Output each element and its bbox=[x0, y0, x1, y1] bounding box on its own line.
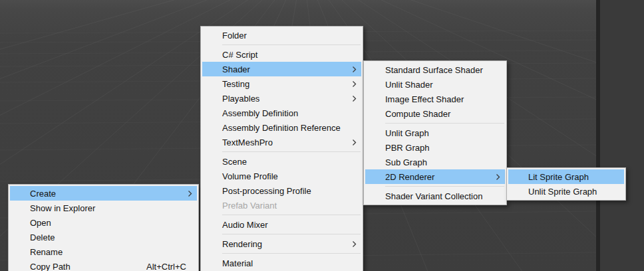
menu-item-audio-mixer[interactable]: Audio Mixer bbox=[202, 217, 361, 232]
menu-item-label: Post-processing Profile bbox=[222, 186, 311, 196]
menu-item-lit-sprite-graph[interactable]: Lit Sprite Graph bbox=[508, 169, 624, 184]
menu-item-label: Lit Sprite Graph bbox=[528, 172, 589, 182]
menu-item-label: Assembly Definition Reference bbox=[222, 123, 341, 133]
menu-item-unlit-shader[interactable]: Unlit Shader bbox=[365, 77, 505, 92]
menu-item-rename[interactable]: Rename bbox=[10, 244, 197, 259]
menu-item-label: Show in Explorer bbox=[30, 203, 95, 213]
menu-item-csharp-script[interactable]: C# Script bbox=[202, 47, 361, 62]
menu-item-assembly-definition-reference[interactable]: Assembly Definition Reference bbox=[202, 120, 361, 135]
submenu-arrow-icon bbox=[352, 240, 357, 248]
menu-item-label: Unlit Sprite Graph bbox=[528, 187, 597, 197]
menu-item-folder[interactable]: Folder bbox=[202, 28, 361, 43]
menu-item-label: Compute Shader bbox=[385, 109, 450, 119]
menu-item-post-processing-profile[interactable]: Post-processing Profile bbox=[202, 183, 361, 198]
menu-item-label: Volume Profile bbox=[222, 171, 278, 181]
menu-item-label: Audio Mixer bbox=[222, 220, 268, 230]
menu-separator bbox=[222, 253, 361, 254]
menu-item-shader-variant-collection[interactable]: Shader Variant Collection bbox=[365, 189, 505, 203]
menu-item-label: Scene bbox=[222, 157, 247, 167]
menu-item-label: Shader bbox=[222, 64, 250, 74]
menu-item-label: Rename bbox=[30, 247, 63, 257]
menu-item-label: C# Script bbox=[222, 50, 257, 60]
menu-separator bbox=[222, 234, 361, 234]
menu-item-label: Image Effect Shader bbox=[385, 94, 464, 104]
menu-item-shortcut: Alt+Ctrl+C bbox=[146, 262, 192, 271]
menu-item-label: Unlit Graph bbox=[385, 128, 429, 138]
menu-item-create[interactable]: Create bbox=[10, 186, 197, 201]
submenu-arrow-icon bbox=[496, 173, 500, 181]
menu-item-label: 2D Renderer bbox=[385, 172, 434, 182]
menu-item-textmeshpro[interactable]: TextMeshPro bbox=[202, 135, 361, 149]
submenu-arrow-icon bbox=[352, 95, 357, 102]
menu-item-label: Delete bbox=[30, 232, 55, 242]
menu-item-unlit-sprite-graph[interactable]: Unlit Sprite Graph bbox=[508, 184, 624, 199]
menu-item-copy-path[interactable]: Copy Path Alt+Ctrl+C bbox=[10, 259, 197, 271]
menu-item-prefab-variant: Prefab Variant bbox=[202, 198, 361, 213]
menu-item-label: Unlit Shader bbox=[385, 80, 433, 90]
renderer-2d-submenu: Lit Sprite Graph Unlit Sprite Graph bbox=[506, 167, 626, 201]
menu-separator bbox=[385, 123, 504, 124]
create-submenu: Folder C# Script Shader Testing Playable… bbox=[200, 26, 363, 271]
menu-item-playables[interactable]: Playables bbox=[202, 91, 361, 106]
menu-item-label: Assembly Definition bbox=[222, 108, 298, 118]
menu-item-open[interactable]: Open bbox=[10, 215, 197, 230]
submenu-arrow-icon bbox=[352, 80, 357, 88]
menu-item-volume-profile[interactable]: Volume Profile bbox=[202, 169, 361, 183]
panel-divider bbox=[596, 0, 600, 271]
menu-item-label: Copy Path bbox=[30, 262, 71, 271]
menu-item-testing[interactable]: Testing bbox=[202, 76, 361, 91]
submenu-arrow-icon bbox=[352, 139, 357, 146]
menu-item-label: PBR Graph bbox=[385, 143, 429, 153]
submenu-arrow-icon bbox=[352, 66, 357, 73]
menu-item-label: Rendering bbox=[222, 239, 262, 249]
menu-item-unlit-graph[interactable]: Unlit Graph bbox=[365, 126, 505, 140]
menu-item-shader[interactable]: Shader bbox=[202, 62, 361, 76]
menu-item-label: TextMeshPro bbox=[222, 137, 273, 147]
menu-item-label: Prefab Variant bbox=[222, 201, 277, 211]
menu-separator bbox=[385, 186, 504, 187]
menu-item-pbr-graph[interactable]: PBR Graph bbox=[365, 140, 505, 155]
submenu-arrow-icon bbox=[188, 190, 192, 197]
menu-item-label: Playables bbox=[222, 94, 259, 104]
context-menu: Create Show in Explorer Open Delete Rena… bbox=[8, 184, 199, 271]
menu-item-2d-renderer[interactable]: 2D Renderer bbox=[365, 169, 505, 184]
menu-item-label: Create bbox=[30, 189, 56, 199]
menu-item-label: Folder bbox=[222, 31, 247, 41]
menu-item-material[interactable]: Material bbox=[202, 256, 361, 270]
menu-item-image-effect-shader[interactable]: Image Effect Shader bbox=[365, 92, 505, 106]
menu-item-standard-surface-shader[interactable]: Standard Surface Shader bbox=[365, 62, 505, 77]
menu-item-assembly-definition[interactable]: Assembly Definition bbox=[202, 106, 361, 120]
menu-separator bbox=[222, 215, 361, 215]
menu-item-compute-shader[interactable]: Compute Shader bbox=[365, 106, 505, 121]
side-panel bbox=[600, 0, 644, 271]
menu-item-scene[interactable]: Scene bbox=[202, 154, 361, 169]
menu-item-delete[interactable]: Delete bbox=[10, 230, 197, 244]
shader-submenu: Standard Surface Shader Unlit Shader Ima… bbox=[363, 60, 507, 205]
menu-separator bbox=[222, 45, 361, 45]
menu-item-sub-graph[interactable]: Sub Graph bbox=[365, 155, 505, 169]
menu-item-label: Standard Surface Shader bbox=[385, 65, 483, 75]
menu-item-show-in-explorer[interactable]: Show in Explorer bbox=[10, 201, 197, 215]
menu-item-label: Material bbox=[222, 258, 253, 268]
menu-item-rendering[interactable]: Rendering bbox=[202, 236, 361, 251]
menu-item-label: Open bbox=[30, 218, 51, 228]
menu-separator bbox=[222, 151, 361, 152]
menu-item-label: Shader Variant Collection bbox=[385, 191, 482, 201]
menu-item-label: Testing bbox=[222, 79, 249, 89]
menu-item-label: Sub Graph bbox=[385, 157, 427, 167]
